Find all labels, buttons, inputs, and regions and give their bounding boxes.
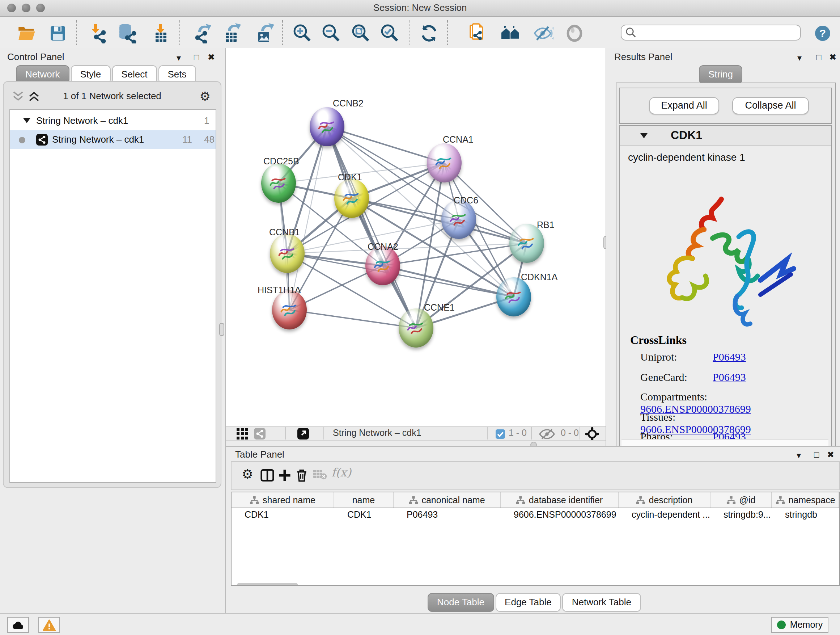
- hidden-eye-slash-icon[interactable]: [539, 429, 555, 440]
- crosslink-link[interactable]: P06493: [713, 371, 746, 383]
- network-node-HIST1H1A[interactable]: [272, 290, 307, 329]
- network-node-CDC6[interactable]: [441, 200, 476, 239]
- undock-panel-icon[interactable]: □: [816, 53, 821, 62]
- cell-description[interactable]: cyclin-dependent ...: [619, 508, 711, 523]
- close-panel-icon[interactable]: ✖: [827, 450, 834, 459]
- export-image-button[interactable]: [254, 23, 274, 43]
- undock-panel-icon[interactable]: □: [814, 450, 819, 459]
- share-document-button[interactable]: [469, 23, 489, 43]
- open-in-new-icon[interactable]: [297, 428, 309, 440]
- refresh-button[interactable]: [419, 23, 439, 43]
- table-panel-title: Table Panel: [235, 449, 284, 460]
- section-expand-caret[interactable]: [640, 133, 647, 138]
- float-panel-icon[interactable]: ▾: [797, 451, 801, 460]
- selected-checkbox-icon[interactable]: [496, 429, 505, 439]
- network-row-selected[interactable]: String Network – cdk1 11 48: [10, 130, 216, 149]
- close-panel-icon[interactable]: ✖: [208, 53, 215, 62]
- save-session-button[interactable]: [48, 23, 68, 43]
- undock-panel-icon[interactable]: □: [194, 53, 199, 62]
- expand-all-button[interactable]: Expand All: [649, 97, 719, 114]
- import-network-button[interactable]: [88, 23, 109, 43]
- tab-network-table[interactable]: Network Table: [562, 593, 641, 612]
- zoom-fit-button[interactable]: [351, 23, 371, 43]
- crosslink-label: Tissues:: [640, 411, 713, 423]
- export-table-button[interactable]: [221, 23, 242, 43]
- open-session-button[interactable]: [17, 23, 37, 43]
- cell-canonical-name[interactable]: P06493: [393, 508, 501, 523]
- network-view-panel: CCNB2CCNA1CDC25BCDK1CDC6RB1CCNB1CCNA2CDK…: [225, 48, 605, 446]
- column-header-canonical-name[interactable]: canonical name: [393, 492, 501, 508]
- network-share-icon[interactable]: [254, 428, 265, 440]
- function-builder-icon-disabled: f(x): [332, 466, 351, 479]
- column-header--id[interactable]: @id: [711, 492, 772, 508]
- edge-CCNB2-CCNA1[interactable]: [327, 127, 444, 163]
- cell-name[interactable]: CDK1: [334, 508, 393, 523]
- table-settings-gear-icon[interactable]: ⚙: [242, 466, 253, 482]
- close-panel-icon[interactable]: ✖: [829, 53, 836, 62]
- hide-panel-button[interactable]: [533, 23, 554, 43]
- column-header-name[interactable]: name: [334, 492, 393, 508]
- control-panel: Control Panel ▾ □ ✖ NetworkStyleSelectSe…: [0, 48, 225, 613]
- edge-CCNB2-HIST1H1A[interactable]: [289, 127, 327, 310]
- gear-icon[interactable]: ⚙: [200, 89, 211, 104]
- network-canvas[interactable]: CCNB2CCNA1CDC25BCDK1CDC6RB1CCNB1CCNA2CDK…: [226, 48, 606, 426]
- crosslink-row-compartments-: Compartments:9606.ENSP00000378699: [640, 391, 821, 411]
- cell-shared-name[interactable]: CDK1: [232, 508, 334, 523]
- toolbar-separator: [324, 427, 324, 440]
- network-node-CCNA1[interactable]: [427, 143, 462, 182]
- home-button[interactable]: [501, 23, 521, 43]
- column-header-description[interactable]: description: [619, 492, 711, 508]
- import-network-from-database-button[interactable]: [118, 23, 138, 43]
- edge-HIST1H1A-CCNE1[interactable]: [289, 310, 416, 328]
- crosshair-icon[interactable]: [585, 427, 599, 441]
- export-network-button[interactable]: [193, 23, 213, 43]
- zoom-in-button[interactable]: [292, 23, 313, 43]
- network-node-CDKN1A[interactable]: [496, 277, 531, 317]
- delete-column-icon[interactable]: [295, 469, 308, 482]
- edge-CCNB1-CDKN1A[interactable]: [287, 253, 514, 297]
- column-header-shared-name[interactable]: shared name: [232, 492, 334, 508]
- left-splitter-handle[interactable]: [219, 323, 224, 336]
- collapse-all-button[interactable]: Collapse All: [732, 97, 809, 114]
- cloud-status-button[interactable]: [7, 617, 29, 633]
- horizontal-scrollbar-thumb[interactable]: [237, 583, 298, 586]
- network-node-CCNB1[interactable]: [270, 234, 305, 273]
- cell-namespace[interactable]: stringdb: [772, 508, 839, 523]
- show-columns-icon[interactable]: [261, 469, 274, 482]
- network-node-CCNA2[interactable]: [365, 246, 400, 285]
- network-collection-row[interactable]: String Network – cdk1 1: [10, 111, 216, 130]
- import-table-button[interactable]: [151, 23, 172, 43]
- tab-edge-table[interactable]: Edge Table: [495, 593, 561, 612]
- tab-node-table[interactable]: Node Table: [428, 593, 494, 612]
- help-button[interactable]: ?: [813, 23, 833, 43]
- float-panel-icon[interactable]: ▾: [797, 54, 802, 62]
- memory-button[interactable]: Memory: [771, 617, 829, 633]
- tab-string[interactable]: String: [699, 65, 742, 84]
- collection-expand-caret[interactable]: [23, 118, 30, 123]
- column-header-namespace[interactable]: namespace: [772, 492, 839, 508]
- crosslink-link[interactable]: P06493: [713, 351, 746, 363]
- network-node-CDC25B[interactable]: [261, 164, 296, 203]
- warning-status-button[interactable]: [38, 617, 60, 633]
- crosslink-label: Compartments:: [640, 391, 713, 403]
- network-node-CDK1[interactable]: [334, 179, 369, 218]
- cell--id[interactable]: stringdb:9...: [711, 508, 772, 523]
- birdseye-grid-icon[interactable]: [237, 428, 248, 440]
- column-header-database-identifier[interactable]: database identifier: [501, 492, 619, 508]
- add-column-icon[interactable]: [278, 469, 292, 482]
- network-node-CCNB2[interactable]: [309, 107, 344, 146]
- float-panel-icon[interactable]: ▾: [177, 54, 181, 62]
- table-row[interactable]: CDK1CDK1P064939606.ENSP00000378699cyclin…: [232, 508, 839, 523]
- cdk1-section-header[interactable]: CDK1: [620, 126, 831, 146]
- help-icon: ?: [814, 25, 831, 42]
- protein-ribbon-thumb: [516, 233, 538, 254]
- attribute-tree-icon: [726, 496, 736, 504]
- zoom-out-button[interactable]: [321, 23, 341, 43]
- window-title: Session: New Session: [0, 2, 840, 13]
- preview-button[interactable]: [564, 23, 584, 43]
- network-node-CCNE1[interactable]: [399, 309, 433, 348]
- zoom-selected-button[interactable]: [380, 23, 400, 43]
- cell-database-identifier[interactable]: 9606.ENSP00000378699: [501, 508, 619, 523]
- edge-CCNB2-CCNE1[interactable]: [327, 127, 416, 328]
- search-input[interactable]: [621, 25, 801, 41]
